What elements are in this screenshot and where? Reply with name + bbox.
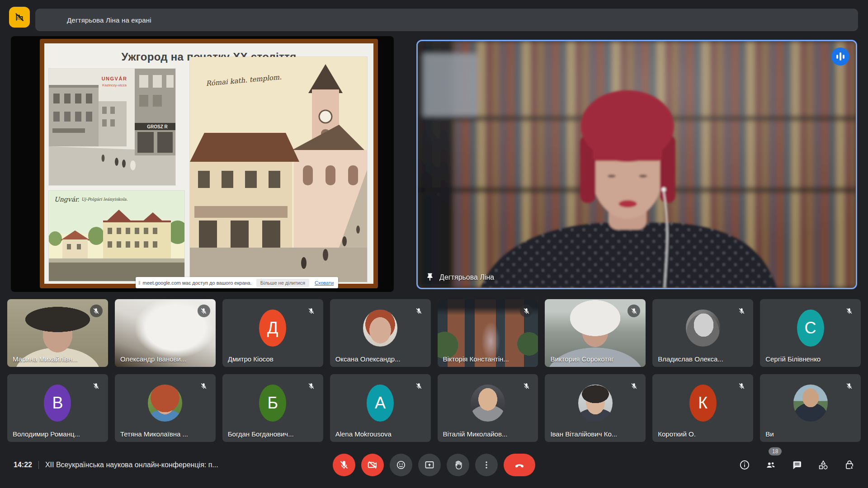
pinned-speaker-tile[interactable]: Дегтярьова Ліна [416, 40, 857, 289]
participant-tile[interactable]: Оксана Олександр... [330, 299, 431, 367]
avatar [793, 385, 828, 422]
camera-off-button[interactable] [361, 454, 384, 476]
participant-tile[interactable]: Владислав Олекса... [652, 299, 753, 367]
activities-panel-button[interactable] [817, 459, 829, 471]
postcard-school: Ungvár. Uj-Polgári leányiskola. [49, 191, 184, 281]
participant-tile[interactable]: A Alena Mokrousova [330, 374, 431, 442]
drag-handle-icon[interactable]: ‖ [138, 280, 140, 286]
participant-tile[interactable]: Вікторія Константін... [438, 299, 538, 367]
participant-tile[interactable]: Марина Михайлівн... [7, 299, 108, 367]
mic-off-icon [339, 460, 349, 470]
smiley-icon [396, 460, 406, 470]
mic-off-icon [90, 305, 103, 317]
presentation-off-icon [14, 11, 25, 23]
avatar: Д [259, 310, 286, 347]
activities-icon [817, 459, 829, 471]
end-call-icon [514, 460, 525, 470]
audio-activity-icon [831, 47, 849, 66]
participant-tile[interactable]: Б Богдан Богданович... [222, 374, 323, 442]
participant-name: Виктория Сорокотяг [550, 355, 613, 363]
share-notice-message: meet.google.com має доступ до вашого екр… [143, 280, 252, 286]
host-controls-button[interactable] [844, 459, 855, 471]
participant-name: Alena Mokrousova [335, 430, 392, 438]
mic-off-icon [735, 380, 748, 392]
participant-tile[interactable]: Д Дмитро Кіосов [222, 299, 323, 367]
camera-off-icon [367, 460, 378, 470]
participant-tile[interactable]: К Короткий О. [652, 374, 753, 442]
participant-tile[interactable]: В Володимир Романц... [7, 374, 108, 442]
participant-name: Володимир Романц... [13, 430, 80, 438]
people-panel-button[interactable]: 18 [765, 459, 777, 471]
mic-off-icon [735, 305, 748, 317]
participant-tile[interactable]: Ви [760, 374, 861, 442]
stage: Ужгород на початку XX століття [11, 36, 857, 292]
info-icon [739, 459, 750, 471]
mic-off-icon [413, 305, 425, 317]
participant-name: Короткий О. [658, 430, 696, 438]
divider [38, 461, 39, 469]
participant-name: Владислав Олекса... [658, 355, 723, 363]
avatar: Б [259, 385, 286, 422]
presentation-off-banner-button[interactable] [9, 7, 30, 28]
participant-name: Богдан Богданович... [228, 430, 294, 438]
stop-sharing-button[interactable]: Більше не ділитися [256, 279, 309, 287]
participant-name: Вікторія Константін... [443, 355, 509, 363]
participant-tile[interactable]: С Сергій Білівненко [760, 299, 861, 367]
postcard-church: Római kath. templom. [190, 57, 367, 282]
participant-name: Тетяна Миколаївна ... [120, 430, 188, 438]
meeting-title: XII Всеукраїнська наукова онлайн-конфере… [45, 461, 218, 469]
postcard-school-caption: Uj-Polgári leányiskola. [81, 197, 128, 202]
meeting-details-button[interactable] [739, 459, 750, 471]
speaker-tag: Дегтярьова Ліна [425, 272, 494, 282]
side-panel-icons: 18 [739, 459, 855, 471]
avatar [148, 385, 182, 422]
participant-name: Дмитро Кіосов [228, 355, 274, 363]
mic-mute-button[interactable] [333, 454, 355, 476]
raise-hand-button[interactable] [447, 454, 469, 476]
postcard-street-bw: GROSZ R UNGVÁR Kazinczy-utcza [49, 69, 175, 185]
mic-off-icon [198, 380, 210, 392]
raise-hand-icon [453, 460, 463, 470]
postcard-street-subtitle: Kazinczy-utcza [102, 83, 127, 87]
participant-tile[interactable]: Іван Віталійович Ко... [545, 374, 646, 442]
speaker-video [418, 41, 856, 288]
end-call-button[interactable] [504, 454, 535, 476]
shared-screen-tile[interactable]: Ужгород на початку XX століття [11, 36, 394, 292]
presentation-slide: Ужгород на початку XX століття [40, 39, 378, 288]
presenting-label: Дегтярьова Ліна на екрані [67, 16, 151, 24]
participant-tile[interactable]: Віталій Миколайов... [438, 374, 538, 442]
participant-name: Віталій Миколайов... [443, 430, 508, 438]
more-options-icon [481, 460, 492, 470]
presenting-status-banner: Дегтярьова Ліна на екрані [35, 9, 858, 31]
participant-name: Олександр Іванови... [120, 355, 187, 363]
reactions-button[interactable] [390, 454, 412, 476]
participant-tile[interactable]: Виктория Сорокотяг [545, 299, 646, 367]
avatar: A [367, 385, 394, 422]
hide-notice-link[interactable]: Сховати [315, 280, 334, 286]
participant-name: Ви [765, 430, 774, 438]
avatar [471, 385, 505, 422]
participant-tile[interactable]: Олександр Іванови... [115, 299, 216, 367]
postcard-shop-sign: GROSZ R [147, 124, 168, 129]
present-screen-button[interactable] [418, 454, 441, 476]
participant-tile[interactable]: Тетяна Миколаївна ... [115, 374, 216, 442]
participants-row-2: В Володимир Романц... Тетяна Миколаївн [7, 374, 861, 442]
bottom-bar: 14:22 XII Всеукраїнська наукова онлайн-к… [0, 442, 868, 488]
mic-off-icon [305, 305, 318, 317]
participants-count-badge: 18 [769, 447, 782, 455]
chat-panel-button[interactable] [791, 459, 803, 471]
participant-name: Марина Михайлівн... [13, 355, 78, 363]
avatar [686, 310, 720, 347]
avatar: К [689, 385, 717, 422]
present-screen-icon [424, 460, 435, 470]
mic-off-icon [843, 380, 855, 392]
pinned-speaker-name: Дегтярьова Ліна [439, 273, 494, 282]
avatar [363, 310, 397, 347]
more-options-button[interactable] [475, 454, 498, 476]
call-controls [333, 454, 535, 476]
clock: 14:22 [14, 461, 32, 469]
avatar: С [797, 310, 824, 347]
mic-off-icon [413, 380, 425, 392]
mic-off-icon [90, 380, 103, 392]
top-bar: Дегтярьова Ліна на екрані [0, 0, 868, 34]
